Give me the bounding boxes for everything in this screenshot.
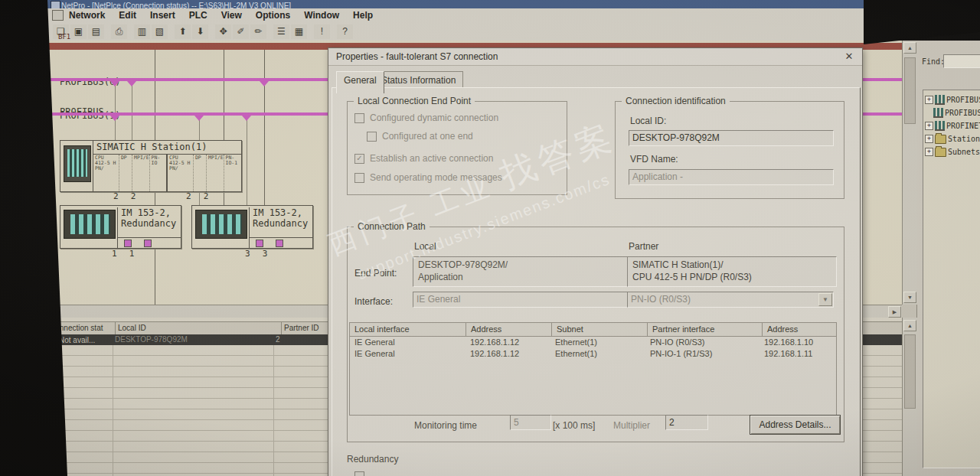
im2-label: IM 153-2,Redundancy <box>249 207 312 238</box>
menu-help[interactable]: Help <box>353 10 373 21</box>
partner-interface-combo: PN-IO (R0/S3) ▼ <box>627 292 834 308</box>
im2-numbers: 33 <box>245 249 279 259</box>
network-selection-panel: Find: + PROFIBUS PROFIBUS- + PROFINET + … <box>916 41 980 476</box>
scroll-thumb[interactable] <box>904 57 916 124</box>
tree-item-profinet[interactable]: + PROFINET <box>925 120 980 132</box>
row-local-id: DESKTOP-978Q92M <box>115 334 276 345</box>
document-window-icon[interactable] <box>52 10 64 21</box>
vfd-name-input: Application - <box>629 169 834 185</box>
tree-item-profibus-2[interactable]: PROFIBUS- <box>933 107 980 119</box>
station-rack0[interactable]: CPU 412-5 H PN/ DP MPI/E PN-IO <box>93 154 167 192</box>
menu-window[interactable]: Window <box>304 10 339 21</box>
im-port-square <box>276 240 283 247</box>
scroll-down-button[interactable]: ▼ <box>903 292 916 303</box>
toolbar-fault-button[interactable]: ! <box>314 24 330 39</box>
toolbar-address-overview-button[interactable]: ▦ <box>291 24 307 39</box>
canvas-vertical-scrollbar[interactable]: ▲ ▼ <box>902 41 917 305</box>
im-port-square <box>124 240 132 247</box>
address-details-button[interactable]: Address Details... <box>750 415 841 435</box>
toolbar-separator <box>267 24 273 39</box>
im153-box-2[interactable]: IM 153-2,Redundancy <box>191 205 313 249</box>
end-point-label: End Point: <box>354 268 397 279</box>
toolbar-rearrange-button[interactable]: ✥ <box>215 24 231 39</box>
fault-icon: ! <box>321 26 323 37</box>
toolbar-catalog-button[interactable]: ☰ <box>273 24 289 39</box>
toolbar-copy-button[interactable]: ▥ <box>134 24 150 39</box>
menu-plc[interactable]: PLC <box>189 10 207 21</box>
find-input[interactable] <box>943 54 980 68</box>
toolbar-separator <box>209 24 214 39</box>
dialog-title-bar[interactable]: Properties - fault-tolerant S7 connectio… <box>328 48 862 66</box>
tree-item-stations[interactable]: + Stations <box>925 133 980 145</box>
module-cpu: CPU 412-5 H PN/ <box>168 155 194 191</box>
local-id-input[interactable]: DESKTOP-978Q92M <box>629 130 834 146</box>
toolbar-print-button[interactable]: ⎙ <box>111 24 127 39</box>
drop-line <box>132 81 132 140</box>
folder-icon <box>935 148 946 157</box>
scroll-thumb[interactable] <box>904 334 916 409</box>
status-text: Not avail... <box>59 336 95 344</box>
multiplier-input[interactable]: 2 <box>665 415 708 430</box>
tree-item-profibus[interactable]: + PROFIBUS <box>925 94 980 106</box>
close-icon[interactable]: ✕ <box>842 50 856 64</box>
partner-end-point-box: SIMATIC H Station(1)/ CPU 412-5 H PN/DP … <box>627 256 837 287</box>
toolbar-help-button[interactable]: ? <box>337 24 353 39</box>
im-port-square <box>144 240 152 247</box>
station-rack1[interactable]: CPU 412-5 H PN/ DP MPI/E PN-IO-1 <box>167 154 240 192</box>
toolbar-save-button[interactable]: ▣ <box>70 24 87 39</box>
chevron-down-icon: ▼ <box>818 293 832 306</box>
address-overview-icon: ▦ <box>295 26 303 37</box>
save-options-icon: ▤ <box>92 26 100 37</box>
expand-icon[interactable]: + <box>925 135 933 143</box>
menu-edit[interactable]: Edit <box>119 10 136 21</box>
grid-column-line <box>113 345 113 476</box>
monitoring-time-input[interactable]: 5 <box>510 415 551 430</box>
expand-icon[interactable]: + <box>925 122 933 130</box>
menu-options[interactable]: Options <box>256 10 290 21</box>
table-vertical-scrollbar[interactable]: ▲ <box>902 318 917 476</box>
monitor-bezel-top-right <box>864 0 980 44</box>
im-rack-icon <box>64 210 116 239</box>
toolbar-link-button[interactable]: ✐ <box>233 24 249 39</box>
tab-general[interactable]: General <box>336 71 384 93</box>
unit-label: [x 100 ms] <box>553 420 595 431</box>
screen: NetPro - [NetPlce (Connection status) --… <box>0 0 980 476</box>
interface-table-row[interactable]: IE General 192.168.1.12 Ethernet(1) PN-I… <box>350 348 836 360</box>
local-end-point-box: DESKTOP-978Q92M/ Application <box>413 256 657 287</box>
menu-insert[interactable]: Insert <box>150 10 175 21</box>
module-mpi: MPI/E <box>207 155 224 191</box>
checkbox-configured-dynamic-connection: Configured dynamic connection <box>354 112 498 123</box>
toolbar-paste-button[interactable]: ▧ <box>152 24 168 39</box>
menu-network[interactable]: Network <box>69 10 105 21</box>
toolbar-upload-button[interactable]: ⬆ <box>175 24 191 39</box>
toolbar-save-options-button[interactable]: ▤ <box>88 24 104 39</box>
bus-tap <box>127 81 136 86</box>
station-dp-numbers: 22 <box>186 191 220 201</box>
scroll-up-button[interactable]: ▲ <box>903 320 916 331</box>
interface-label: Interface: <box>354 296 393 307</box>
scroll-up-button[interactable]: ▲ <box>903 42 916 54</box>
local-id-label: Local ID: <box>630 116 666 126</box>
station-icon <box>64 145 91 182</box>
expand-icon[interactable]: + <box>925 148 933 156</box>
expand-icon[interactable]: + <box>925 96 933 104</box>
upload-icon: ⬆ <box>178 26 186 37</box>
im153-box-1[interactable]: IM 153-2,Redundancy <box>60 205 181 249</box>
interface-table-row[interactable]: IE General 192.168.1.12 Ethernet(1) PN-I… <box>350 337 836 348</box>
menu-view[interactable]: View <box>221 10 242 21</box>
scroll-right-button[interactable]: ▶ <box>888 306 901 318</box>
toolbar-download-button[interactable]: ⬇ <box>192 24 208 39</box>
col-local-id[interactable]: Local ID <box>116 322 282 334</box>
download-icon: ⬇ <box>196 26 204 37</box>
simatic-h-station[interactable]: SIMATIC H Station(1) CPU 412-5 H PN/ DP … <box>60 140 242 192</box>
module-dp: DP <box>194 155 207 191</box>
print-icon: ⎙ <box>116 26 123 37</box>
tree-item-subnets[interactable]: + Subnets <box>925 146 980 158</box>
copy-icon: ▥ <box>138 26 146 37</box>
monitoring-time-label: Monitoring time <box>414 420 477 431</box>
object-tree: + PROFIBUS PROFIBUS- + PROFINET + Statio… <box>923 90 980 468</box>
toolbar-break-link-button[interactable]: ✏ <box>250 24 266 39</box>
catalog-icon: ☰ <box>277 26 286 37</box>
im-port-square <box>256 240 263 247</box>
station-dp-numbers: 22 <box>113 191 148 201</box>
